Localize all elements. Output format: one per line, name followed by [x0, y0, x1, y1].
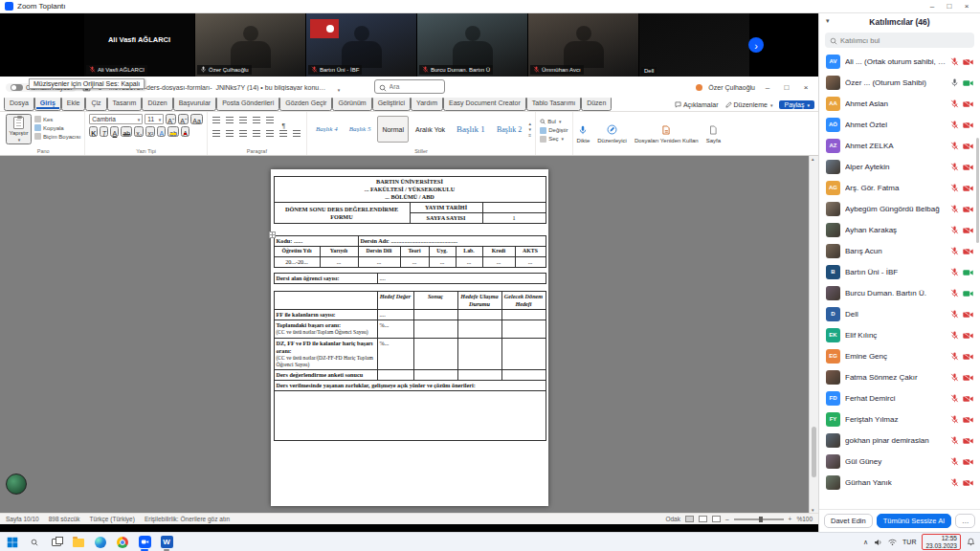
page-indicator[interactable]: Sayfa 10/10 [6, 516, 39, 522]
shading-button[interactable] [278, 128, 289, 138]
zoom-slider-thumb[interactable] [759, 517, 763, 522]
align-right-button[interactable] [238, 128, 249, 138]
zoom-minimize-button[interactable]: – [924, 1, 941, 12]
video-tile[interactable]: Dell [639, 13, 749, 77]
word-restore-button[interactable]: □ [780, 83, 793, 92]
grow-font-button[interactable]: Aˆ [166, 114, 176, 124]
language-indicator[interactable]: Türkçe (Türkiye) [90, 516, 135, 522]
participant-row[interactable]: AGArş. Gör. Fatma [819, 177, 980, 198]
word-close-button[interactable]: × [799, 83, 813, 92]
speaker-icon[interactable] [874, 539, 882, 546]
paste-button[interactable]: Yapıştır [6, 114, 32, 144]
participant-row[interactable]: EKElif Kılınç [819, 324, 980, 345]
editor-button[interactable]: Düzenleyici [593, 112, 631, 155]
find-button[interactable]: Bul [540, 119, 561, 125]
subscript-button[interactable]: x₂ [134, 126, 144, 137]
style-başlık-1[interactable]: Başlık 1 [452, 116, 490, 143]
focus-mode-button[interactable]: Odak [665, 516, 680, 522]
zoom-in-button[interactable] [789, 516, 792, 522]
next-videos-button[interactable] [748, 37, 764, 53]
ribbon-tab-tablo-tasarımı[interactable]: Tablo Tasarımı [526, 96, 581, 111]
show-marks-button[interactable] [278, 115, 289, 124]
replace-button[interactable]: Değiştir [540, 127, 568, 134]
zoom-out-button[interactable] [725, 516, 729, 522]
participant-row[interactable]: Barış Acun [819, 240, 980, 261]
task-view-button[interactable] [49, 535, 64, 550]
line-spacing-button[interactable] [265, 128, 276, 138]
chevron-down-icon[interactable] [826, 17, 830, 25]
video-tile[interactable]: Ümmühan Avcı [528, 13, 638, 77]
participant-row[interactable]: Burcu Duman. Bartın Ü. [819, 282, 980, 303]
word-search-box[interactable] [374, 79, 445, 94]
ribbon-tab-easy-document-creator[interactable]: Easy Document Creator [443, 96, 526, 111]
superscript-button[interactable]: x² [145, 126, 155, 137]
participant-row[interactable]: Ayhan Karakaş [819, 219, 980, 240]
participant-row[interactable]: AZAhmet ZELKA [819, 135, 980, 156]
share-button[interactable]: Paylaş [779, 100, 814, 109]
participant-row[interactable]: EGEmine Genç [819, 345, 980, 366]
select-button[interactable]: Seç [540, 136, 564, 143]
participant-search-box[interactable] [825, 33, 974, 48]
read-mode-icon[interactable] [685, 516, 694, 522]
taskbar-search-button[interactable] [27, 535, 42, 550]
ribbon-tab-posta-gönderileri[interactable]: Posta Gönderileri [216, 96, 279, 111]
comments-button[interactable]: Açıklamalar [675, 101, 719, 109]
word-search-input[interactable] [390, 83, 437, 90]
copy-button[interactable]: Kopyala [34, 124, 80, 131]
increase-indent-button[interactable] [265, 115, 276, 124]
word-taskbar-button[interactable] [159, 535, 174, 550]
notification-bell-icon[interactable] [967, 538, 975, 546]
ribbon-tab-gözden-geçir[interactable]: Gözden Geçir [279, 96, 332, 111]
gallery-down-icon[interactable] [528, 127, 531, 132]
user-avatar[interactable] [696, 84, 702, 91]
participant-row[interactable]: gokhan pinar demiraslan [819, 430, 980, 451]
hidden-icons-chevron[interactable] [863, 539, 868, 546]
participant-row[interactable]: Aybegüm Güngördü Belbağ [819, 198, 980, 219]
page-tool-button[interactable]: Sayfa [702, 112, 724, 155]
participant-row[interactable]: FYFeriştah Yılmaz [819, 408, 980, 430]
zoom-taskbar-button[interactable] [137, 535, 152, 550]
participant-row[interactable]: Alper Aytekin [819, 156, 980, 177]
participant-row[interactable]: AVAli ... (Ortak oturum sahibi, ben) [819, 51, 980, 72]
justify-button[interactable] [252, 128, 262, 138]
title-chevron-down-icon[interactable] [337, 78, 341, 96]
participant-row[interactable]: Gürhan Yanık [819, 472, 980, 493]
underline-button[interactable]: A [110, 126, 119, 137]
taskbar-clock[interactable]: 12:55 23.03.2023 [922, 534, 961, 551]
ribbon-tab-tasarım[interactable]: Tasarım [107, 96, 143, 111]
participant-row[interactable]: AAAhmet Aslan [819, 93, 980, 114]
ribbon-tab-giriş[interactable]: Giriş [34, 96, 61, 111]
participant-row[interactable]: Fatma Sönmez Çakır [819, 366, 980, 387]
zoom-maximize-button[interactable]: □ [941, 1, 958, 12]
table-move-handle[interactable] [269, 231, 276, 238]
mute-all-button[interactable]: Tümünü Sessize Al [877, 514, 951, 528]
strikethrough-button[interactable]: ab [121, 126, 132, 137]
chrome-button[interactable] [115, 535, 130, 550]
presenter-bubble[interactable] [6, 474, 27, 495]
wifi-icon[interactable] [888, 539, 897, 546]
gallery-more-icon[interactable] [528, 133, 531, 138]
document-page[interactable]: BARTIN ÜNİVERSİTESİ... FAKÜLTESİ / YÜKSE… [271, 169, 548, 506]
decrease-indent-button[interactable] [252, 115, 262, 124]
ribbon-tab-çiz[interactable]: Çiz [85, 96, 106, 111]
participant-row[interactable]: AÖAhmet Öztel [819, 114, 980, 135]
participant-row[interactable]: BBartın Üni - İBF [819, 261, 980, 282]
ribbon-tab-düzen[interactable]: Düzen [581, 96, 612, 111]
style-aralık-yok[interactable]: Aralık Yok [411, 116, 450, 143]
ribbon-tab-yardım[interactable]: Yardım [411, 96, 443, 111]
scrollbar-thumb[interactable] [812, 427, 816, 476]
cut-button[interactable]: Kes [34, 116, 80, 122]
style-normal[interactable]: Normal [377, 116, 409, 143]
vertical-scrollbar[interactable] [809, 156, 818, 513]
video-tile[interactable]: Özer Çulhaoğlu [195, 13, 305, 77]
word-minimize-button[interactable]: – [761, 83, 774, 92]
ribbon-tab-başvurular[interactable]: Başvurular [173, 96, 216, 111]
ribbon-tab-dosya[interactable]: Dosya [4, 96, 34, 111]
reuse-files-button[interactable]: Dosyaları Yeniden Kullan [631, 112, 702, 155]
font-size-select[interactable]: 11 [145, 114, 164, 124]
keyboard-language[interactable]: TUR [902, 539, 916, 545]
invite-button[interactable]: Davet Edin [824, 514, 873, 528]
dictate-button[interactable]: Dikte [573, 112, 594, 155]
multilevel-list-button[interactable] [238, 115, 249, 124]
format-painter-button[interactable]: Biçim Boyacısı [34, 133, 80, 140]
